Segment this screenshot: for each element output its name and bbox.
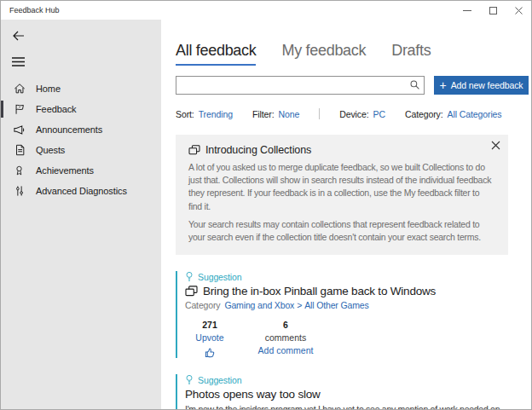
sidebar-item-quests[interactable]: Quests bbox=[1, 140, 161, 160]
window-title: Feedback Hub bbox=[1, 6, 454, 14]
back-arrow-icon bbox=[12, 30, 35, 42]
minimize-button[interactable] bbox=[454, 1, 480, 20]
sidebar-item-label: Quests bbox=[36, 145, 65, 155]
sort-label: Sort: bbox=[176, 109, 194, 119]
upvote-count: 271 bbox=[185, 320, 234, 330]
sidebar-item-label: Achievements bbox=[36, 165, 94, 176]
close-icon bbox=[515, 7, 523, 14]
minimize-icon bbox=[463, 6, 471, 14]
menu-button[interactable] bbox=[12, 57, 46, 66]
feedback-item[interactable]: Suggestion Photos opens way too slow I'm… bbox=[176, 374, 510, 410]
filter-value-link[interactable]: None bbox=[279, 109, 300, 119]
sidebar-item-announcements[interactable]: Announcements bbox=[1, 119, 161, 140]
upvote-link[interactable]: Upvote bbox=[185, 332, 234, 343]
collections-paragraph-1: A lot of you asked us to merge duplicate… bbox=[188, 161, 494, 213]
sidebar-item-feedback[interactable]: Feedback bbox=[1, 99, 161, 119]
search-box bbox=[176, 76, 425, 95]
home-icon bbox=[13, 83, 26, 95]
maximize-button[interactable] bbox=[480, 1, 506, 20]
add-new-feedback-label: Add new feedback bbox=[451, 80, 523, 90]
category-link[interactable]: All Other Games bbox=[304, 300, 368, 310]
collections-close-button[interactable] bbox=[491, 141, 500, 150]
megaphone-icon bbox=[13, 124, 26, 136]
titlebar: Feedback Hub bbox=[1, 1, 531, 20]
search-row: + Add new feedback bbox=[176, 76, 529, 95]
category-value-link[interactable]: All Categories bbox=[448, 109, 502, 119]
add-comment-link[interactable]: Add comment bbox=[245, 345, 327, 355]
feedback-title[interactable]: Bring the in-box Pinball game back to Wi… bbox=[203, 285, 436, 297]
feedback-title[interactable]: Photos opens way too slow bbox=[185, 388, 321, 401]
sidebar-item-achievements[interactable]: Achievements bbox=[1, 160, 161, 181]
device-value-link[interactable]: PC bbox=[373, 109, 385, 119]
comment-count: 6 bbox=[245, 320, 327, 330]
feedback-hub-window: Feedback Hub bbox=[0, 0, 532, 410]
feedback-tabs: All feedback My feedback Drafts bbox=[176, 42, 529, 66]
category-link[interactable]: Gaming and Xbox bbox=[224, 300, 294, 310]
tab-my-feedback[interactable]: My feedback bbox=[281, 42, 366, 64]
feedback-type-tag: Suggestion bbox=[198, 375, 242, 385]
feedback-type-tag: Suggestion bbox=[198, 272, 242, 282]
sort-control: Sort:Trending bbox=[176, 109, 233, 119]
device-control: Device:PC bbox=[339, 109, 385, 119]
device-label: Device: bbox=[339, 109, 368, 119]
hamburger-icon bbox=[12, 57, 46, 66]
window-controls bbox=[454, 1, 531, 20]
lightbulb-icon bbox=[185, 271, 194, 282]
tab-all-feedback[interactable]: All feedback bbox=[176, 42, 256, 66]
plus-icon: + bbox=[440, 79, 447, 91]
search-input[interactable] bbox=[176, 76, 425, 95]
lightbulb-icon bbox=[185, 374, 194, 385]
search-icon[interactable] bbox=[409, 79, 420, 90]
thumbs-up-icon[interactable] bbox=[185, 345, 234, 358]
close-button[interactable] bbox=[506, 1, 531, 20]
medal-icon bbox=[13, 165, 26, 177]
category-label: Category: bbox=[405, 109, 443, 119]
sidebar-item-label: Announcements bbox=[36, 124, 102, 135]
tab-drafts[interactable]: Drafts bbox=[391, 42, 431, 64]
collections-icon bbox=[185, 286, 198, 297]
diagnostics-icon bbox=[13, 185, 26, 198]
comments-label: comments bbox=[245, 332, 327, 343]
sidebar-item-label: Home bbox=[36, 84, 61, 94]
collections-notice-card: Introducing Collections A lot of you ask… bbox=[176, 135, 508, 255]
collections-icon bbox=[188, 145, 200, 155]
back-button[interactable] bbox=[1, 28, 35, 42]
sidebar-item-label: Feedback bbox=[36, 104, 77, 114]
feedback-body: I'm new to the insiders program yet I ha… bbox=[185, 403, 512, 410]
add-new-feedback-button[interactable]: + Add new feedback bbox=[434, 76, 529, 95]
category-row-label: Category bbox=[185, 300, 220, 310]
collections-title: Introducing Collections bbox=[205, 144, 311, 156]
main-content: All feedback My feedback Drafts + Add ne… bbox=[161, 20, 532, 410]
sidebar-item-home[interactable]: Home bbox=[1, 78, 161, 99]
sidebar-item-advanced-diagnostics[interactable]: Advanced Diagnostics bbox=[1, 181, 161, 201]
sidebar-item-label: Advanced Diagnostics bbox=[36, 186, 127, 196]
sidebar-nav: Home Feedback Announcements bbox=[1, 78, 161, 201]
filter-control: Filter:None bbox=[252, 109, 299, 119]
category-control: Category:All Categories bbox=[405, 109, 502, 119]
sidebar: Home Feedback Announcements bbox=[1, 20, 161, 410]
category-separator: > bbox=[297, 300, 302, 310]
collections-paragraph-2: Your search results may contain collecti… bbox=[188, 218, 494, 244]
sort-value-link[interactable]: Trending bbox=[199, 109, 233, 119]
scroll-icon bbox=[13, 144, 26, 157]
filter-row: Sort:Trending Filter:None Device:PC Cate… bbox=[176, 108, 529, 119]
filter-label: Filter: bbox=[252, 109, 275, 119]
feedback-flag-icon bbox=[13, 103, 26, 116]
feedback-item[interactable]: Suggestion Bring the in-box Pinball game… bbox=[176, 271, 510, 358]
filter-divider bbox=[319, 108, 320, 119]
maximize-icon bbox=[489, 7, 497, 14]
